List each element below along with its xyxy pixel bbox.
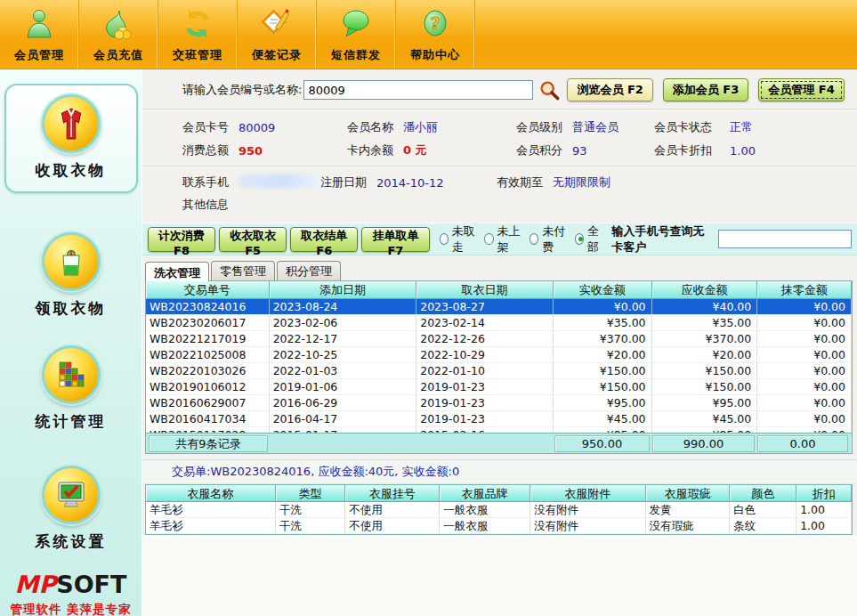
items-col-header: 颜色 xyxy=(730,485,796,501)
order-row[interactable]: WB201901060122019-01-062019-01-23¥150.00… xyxy=(146,379,852,395)
count-consume-button[interactable]: 计次消费 F8 xyxy=(148,227,215,252)
radio-未付费[interactable]: 未付费 xyxy=(530,223,569,255)
clothes-item-row[interactable]: 羊毛衫干洗不使用一般衣服没有附件没有瑕疵条纹1.00 xyxy=(146,518,852,534)
radio-未取走[interactable]: 未取走 xyxy=(440,223,479,255)
clothes-item-cell: 没有附件 xyxy=(530,502,646,517)
sidebar-item-pickup-clothes[interactable]: 领取衣物 xyxy=(36,232,107,319)
clothes-item-row[interactable]: 羊毛衫干洗不使用一般衣服没有附件发黄白色1.00 xyxy=(146,502,852,518)
add-member-button[interactable]: 添加会员 F3 xyxy=(663,78,748,101)
member-manage-button[interactable]: 会员管理 F4 xyxy=(758,78,844,101)
toolbar-item-sms-broadcast[interactable]: 短信群发 xyxy=(317,0,396,69)
order-cell: ¥150.00 xyxy=(554,363,652,378)
clothes-item-cell: 干洗 xyxy=(276,502,346,517)
toolbar-label: 会员管理 xyxy=(14,47,64,63)
coat-icon xyxy=(42,94,101,153)
member-other-row: 其他信息 xyxy=(142,194,857,215)
radio-group: 未取走未上架未付费全部 xyxy=(433,223,605,255)
toolbar-item-member-recharge[interactable]: 会员充值 xyxy=(79,0,158,69)
discount-label: 会员卡折扣 xyxy=(654,142,730,158)
radio-未上架[interactable]: 未上架 xyxy=(484,223,523,255)
order-cell: ¥40.00 xyxy=(652,299,758,314)
order-cell: 2023-02-06 xyxy=(270,315,417,330)
items-col-header: 折扣 xyxy=(796,485,852,501)
order-cell: ¥0.00 xyxy=(757,395,852,410)
order-row[interactable]: WB201606290072016-06-292019-01-23¥95.00¥… xyxy=(146,395,852,411)
order-row[interactable]: WB201501170282015-01-172015-02-16¥85.00¥… xyxy=(146,427,852,433)
divider xyxy=(142,109,857,110)
radio-全部[interactable]: 全部 xyxy=(575,223,605,255)
receive-take-button[interactable]: 收衣取衣 F5 xyxy=(219,227,287,252)
order-row[interactable]: WB202302060172023-02-062023-02-14¥35.00¥… xyxy=(146,315,852,331)
action-bar: 计次消费 F8 收衣取衣 F5 取衣结单 F6 挂单取单 F7 未取走未上架未付… xyxy=(142,223,857,255)
orders-col-header: 实收金额 xyxy=(554,281,652,298)
toolbar-item-shift-manage[interactable]: 交班管理 xyxy=(158,0,238,69)
order-cell: ¥0.00 xyxy=(757,315,852,330)
help-icon: ? xyxy=(419,0,451,47)
search-icon[interactable] xyxy=(538,79,560,101)
order-row[interactable]: WB202201030262022-01-032022-01-10¥150.00… xyxy=(146,363,852,379)
member-contact-row: 联系手机 注册日期 2014-10-12 有效期至 无期限限制 xyxy=(142,171,857,194)
level-label: 会员级别 xyxy=(516,119,572,135)
take-settle-button[interactable]: 取衣结单 F6 xyxy=(290,227,358,252)
tab-零售管理[interactable]: 零售管理 xyxy=(211,261,275,280)
order-row[interactable]: WB202212170192022-12-172022-12-26¥370.00… xyxy=(146,331,852,347)
toolbar-item-member-manage[interactable]: 会员管理 xyxy=(0,0,79,69)
hold-order-button[interactable]: 挂单取单 F7 xyxy=(361,227,429,252)
member-info-row-2: 消费总额 950 卡内余额 0 元 会员积分 93 会员卡折扣 1.00 xyxy=(142,139,857,162)
clothes-item-cell: 1.00 xyxy=(796,518,852,533)
valid-until-value: 无期限限制 xyxy=(553,174,857,190)
top-toolbar: 会员管理 会员充值 交班管理 便签记录 短信群发 xyxy=(0,0,857,69)
order-row[interactable]: WB201604170342016-04-172019-01-23¥45.00¥… xyxy=(146,411,852,427)
order-cell: ¥0.00 xyxy=(757,347,852,362)
balance-label: 卡内余额 xyxy=(347,142,403,158)
order-cell: WB20150117028 xyxy=(146,427,270,433)
order-cell: ¥150.00 xyxy=(652,379,758,394)
discount-value: 1.00 xyxy=(730,144,857,158)
orders-col-header: 取衣日期 xyxy=(416,281,554,298)
order-cell: WB20160417034 xyxy=(146,411,270,426)
record-count: 共有9条记录 xyxy=(149,435,268,452)
sidebar-item-label: 系统设置 xyxy=(36,531,107,552)
order-cell: ¥0.00 xyxy=(757,379,852,394)
phone-query-input[interactable] xyxy=(718,230,852,248)
order-row[interactable]: WB202308240162023-08-242023-08-27¥0.00¥4… xyxy=(146,299,852,315)
radio-label: 未付费 xyxy=(542,223,568,255)
order-cell: 2019-01-06 xyxy=(270,379,417,394)
sidebar-item-receive-clothes[interactable]: 收取衣物 xyxy=(4,84,138,193)
recharge-icon xyxy=(101,0,135,47)
order-cell: 2019-01-23 xyxy=(416,411,554,426)
radio-selected-icon xyxy=(575,233,584,245)
items-body: 羊毛衫干洗不使用一般衣服没有附件发黄白色1.00羊毛衫干洗不使用一般衣服没有附件… xyxy=(146,502,852,534)
toolbar-item-note-records[interactable]: 便签记录 xyxy=(238,0,317,69)
radio-label: 全部 xyxy=(587,223,604,255)
status-value: 正常 xyxy=(730,119,857,135)
sidebar-item-system-settings[interactable]: 系统设置 xyxy=(36,466,107,552)
clothes-item-cell: 一般衣服 xyxy=(440,502,530,517)
tab-积分管理[interactable]: 积分管理 xyxy=(277,261,341,280)
toolbar-item-help-center[interactable]: ? 帮助中心 xyxy=(396,0,475,69)
order-cell: ¥95.00 xyxy=(554,395,652,410)
order-row[interactable]: WB202210250082022-10-252022-10-29¥20.00¥… xyxy=(146,347,852,363)
selected-order-info: 交易单:WB20230824016, 应收金额:40元, 实收金额:0 xyxy=(142,459,857,484)
items-col-header: 衣服挂号 xyxy=(345,485,440,501)
tab-洗衣管理[interactable]: 洗衣管理 xyxy=(145,262,209,281)
radio-label: 未上架 xyxy=(497,223,523,255)
settings-icon xyxy=(42,466,101,524)
order-cell: ¥0.00 xyxy=(757,363,852,378)
items-col-header: 衣服名称 xyxy=(146,485,276,501)
order-cell: WB20230206017 xyxy=(146,315,270,330)
browse-member-button[interactable]: 浏览会员 F2 xyxy=(567,78,652,101)
sidebar-item-statistics[interactable]: 统计管理 xyxy=(36,345,107,432)
order-cell: ¥150.00 xyxy=(652,363,758,378)
bag-icon xyxy=(42,232,101,291)
search-label: 请输入会员编号或名称: xyxy=(182,82,302,98)
clothes-item-cell: 干洗 xyxy=(276,518,346,533)
level-value: 普通会员 xyxy=(572,119,654,135)
member-search-input[interactable] xyxy=(303,80,533,100)
logo-tagline: 管理软件 美萍是专家 xyxy=(10,602,131,616)
phone-number-redacted xyxy=(239,174,320,188)
order-cell: 2015-01-17 xyxy=(270,427,417,433)
order-cell: 2023-08-27 xyxy=(416,299,554,314)
sidebar-item-label: 收取衣物 xyxy=(36,160,107,181)
order-cell: 2019-01-23 xyxy=(416,379,554,394)
